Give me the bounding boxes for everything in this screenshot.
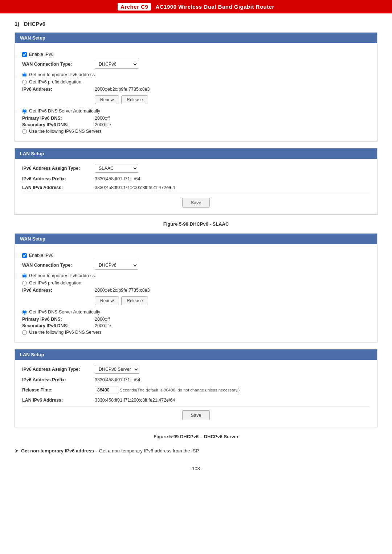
use-following-dns-row-1: Use the following IPv6 DNS Servers (22, 129, 370, 134)
secondary-dns-label-2: Secondary IPv6 DNS: (22, 323, 95, 328)
dns-auto-label-2: Get IPv6 DNS Server Automatically (29, 309, 100, 315)
ipv6-addr-label-1: IPv6 Address: (22, 87, 95, 92)
bottom-note-arrow: ➤ (15, 447, 19, 455)
lan-ipv6-addr-row-2: LAN IPv6 Address: 3330:458:ff01:f71:200:… (22, 398, 370, 403)
primary-dns-label-2: Primary IPv6 DNS: (22, 317, 95, 322)
secondary-dns-row-2: Secondary IPv6 DNS: 2000::fe (22, 323, 370, 328)
release-time-input[interactable] (95, 386, 118, 394)
enable-ipv6-label-2: Enable IPv6 (29, 253, 53, 258)
section-title: DHCPv6 (24, 21, 45, 27)
get-prefix-label-2: Get IPv6 prefix delegation. (29, 280, 82, 286)
lan-ipv6-addr-row-1: LAN IPv6 Address: 3330:458:ff01:f71:200:… (22, 185, 370, 190)
page-number: - 103 - (15, 466, 377, 471)
figure-caption-2: Figure 5-99 DHCPv6 – DHCPv6 Server (15, 434, 377, 439)
lan-setup-panel-2: LAN Setup IPv6 Address Assign Type: DHCP… (15, 349, 377, 427)
secondary-dns-row-1: Secondary IPv6 DNS: 2000::fe (22, 122, 370, 127)
ipv6-prefix-row-1: IPv6 Address Prefix: 3330:458:ff01:f71::… (22, 176, 370, 181)
wan-conn-type-label-1: WAN Connection Type: (22, 62, 95, 67)
ipv6-assign-type-select-1[interactable]: SLAAC (95, 164, 138, 173)
get-non-temp-label-2: Get non-temporary IPv6 address. (29, 273, 96, 278)
ipv6-addr-value-1: 2000::eb2c:b9fe:7785:c8e3 (95, 87, 150, 92)
wan-connection-type-row-2: WAN Connection Type: DHCPv6 (22, 261, 370, 270)
bottom-note-text: - Get a non-temporary IPv6 address from … (96, 447, 200, 455)
wan-conn-type-select-2[interactable]: DHCPv6 (95, 261, 138, 270)
wan-setup-header-2: WAN Setup (15, 234, 377, 244)
renew-button-1[interactable]: Renew (95, 95, 119, 104)
ipv6-prefix-value-2: 3330:458:ff01:f71:: (95, 377, 132, 382)
get-prefix-radio-1[interactable] (22, 80, 27, 85)
lan-setup-header-2: LAN Setup (15, 349, 377, 360)
use-following-dns-label-2: Use the following IPv6 DNS Servers (29, 330, 102, 335)
get-ipv6-dns-auto-row-2: Get IPv6 DNS Server Automatically (22, 309, 370, 315)
lan-ipv6-addr-label-2: LAN IPv6 Address: (22, 398, 95, 403)
wan-conn-type-select-1[interactable]: DHCPv6 (95, 60, 138, 69)
save-button-2[interactable]: Save (182, 410, 210, 420)
ipv6-prefix-value-1: 3330:458:ff01:f71:: (95, 176, 132, 181)
release-time-hint: Seconds(The default is 86400, do not cha… (120, 388, 240, 392)
bottom-note: ➤ Get non-temporary IPv6 address - Get a… (15, 447, 377, 455)
get-prefix-row-2: Get IPv6 prefix delegation. (22, 280, 370, 286)
lan-setup-header-1: LAN Setup (15, 148, 377, 159)
release-button-1[interactable]: Release (121, 95, 148, 104)
enable-ipv6-checkbox-2[interactable] (22, 253, 27, 258)
ipv6-addr-value-2: 2000::eb2c:b9fe:7785:c8e3 (95, 288, 150, 293)
wan-setup-panel-1: WAN Setup Enable IPv6 WAN Connection Typ… (15, 32, 377, 141)
ipv6-address-row-2: IPv6 Address: 2000::eb2c:b9fe:7785:c8e3 (22, 288, 370, 293)
bottom-note-bold: Get non-temporary IPv6 address (21, 447, 94, 455)
dns-auto-radio-2[interactable] (22, 310, 27, 315)
secondary-dns-label-1: Secondary IPv6 DNS: (22, 122, 95, 127)
wan-connection-type-row-1: WAN Connection Type: DHCPv6 (22, 60, 370, 69)
ipv6-assign-type-select-2[interactable]: DHCPv6 Server (95, 365, 139, 374)
prefix-suffix-2: /64 (134, 377, 140, 382)
secondary-dns-value-2: 2000::fe (95, 323, 111, 328)
get-non-temp-row-1: Get non-temporary IPv6 address. (22, 72, 370, 77)
get-non-temp-radio-2[interactable] (22, 274, 27, 278)
primary-dns-row-1: Primary IPv6 DNS: 2000::ff (22, 116, 370, 121)
dns-auto-label-1: Get IPv6 DNS Server Automatically (29, 108, 100, 114)
lan-setup-panel-1: LAN Setup IPv6 Address Assign Type: SLAA… (15, 148, 377, 215)
header-bar: Archer C9 AC1900 Wireless Dual Band Giga… (0, 0, 392, 13)
get-non-temp-row-2: Get non-temporary IPv6 address. (22, 273, 370, 278)
ipv6-assign-type-label-1: IPv6 Address Assign Type: (22, 166, 95, 171)
use-following-dns-row-2: Use the following IPv6 DNS Servers (22, 330, 370, 335)
lan-ipv6-addr-value-1: 3330:458:ff01:f71:200:c8ff:fe21:472e/64 (95, 185, 175, 190)
model-badge: Archer C9 (118, 3, 151, 11)
dns-manual-radio-2[interactable] (22, 330, 27, 335)
ipv6-address-row-1: IPv6 Address: 2000::eb2c:b9fe:7785:c8e3 (22, 87, 370, 92)
prefix-suffix-1: /64 (134, 176, 140, 181)
renew-button-2[interactable]: Renew (95, 296, 119, 305)
primary-dns-label-1: Primary IPv6 DNS: (22, 116, 95, 121)
dns-manual-radio-1[interactable] (22, 129, 27, 134)
use-following-dns-label-1: Use the following IPv6 DNS Servers (29, 129, 102, 134)
ipv6-addr-label-2: IPv6 Address: (22, 288, 95, 293)
primary-dns-value-2: 2000::ff (95, 317, 110, 322)
release-time-label: Release Time: (22, 387, 95, 393)
wan-setup-panel-2: WAN Setup Enable IPv6 WAN Connection Typ… (15, 233, 377, 342)
get-prefix-label-1: Get IPv6 prefix delegation. (29, 79, 82, 85)
ipv6-assign-type-label-2: IPv6 Address Assign Type: (22, 367, 95, 372)
primary-dns-row-2: Primary IPv6 DNS: 2000::ff (22, 317, 370, 322)
ipv6-prefix-label-2: IPv6 Address Prefix: (22, 377, 95, 382)
release-button-2[interactable]: Release (121, 296, 148, 305)
save-button-1[interactable]: Save (182, 198, 210, 208)
dns-auto-radio-1[interactable] (22, 109, 27, 114)
lan-ipv6-addr-value-2: 3330:458:ff01:f71:200:c8ff:fe21:472e/64 (95, 398, 175, 403)
enable-ipv6-row-1: Enable IPv6 (22, 52, 370, 57)
figure-caption-1: Figure 5-98 DHCPv6 - SLAAC (15, 221, 377, 227)
get-prefix-row-1: Get IPv6 prefix delegation. (22, 79, 370, 85)
release-time-row: Release Time: Seconds(The default is 864… (22, 386, 370, 394)
get-ipv6-dns-auto-row-1: Get IPv6 DNS Server Automatically (22, 108, 370, 114)
lan-ipv6-addr-label-1: LAN IPv6 Address: (22, 185, 95, 190)
get-non-temp-label-1: Get non-temporary IPv6 address. (29, 72, 96, 77)
ipv6-assign-type-row-1: IPv6 Address Assign Type: SLAAC (22, 164, 370, 173)
wan-setup-header-1: WAN Setup (15, 33, 377, 43)
enable-ipv6-label-1: Enable IPv6 (29, 52, 53, 57)
get-non-temp-radio-1[interactable] (22, 73, 27, 77)
enable-ipv6-checkbox-1[interactable] (22, 52, 27, 57)
ipv6-prefix-row-2: IPv6 Address Prefix: 3330:458:ff01:f71::… (22, 377, 370, 382)
wan-conn-type-label-2: WAN Connection Type: (22, 263, 95, 268)
section-number: 1) (15, 21, 19, 27)
enable-ipv6-row-2: Enable IPv6 (22, 253, 370, 258)
get-prefix-radio-2[interactable] (22, 281, 27, 286)
ipv6-prefix-label-1: IPv6 Address Prefix: (22, 176, 95, 181)
